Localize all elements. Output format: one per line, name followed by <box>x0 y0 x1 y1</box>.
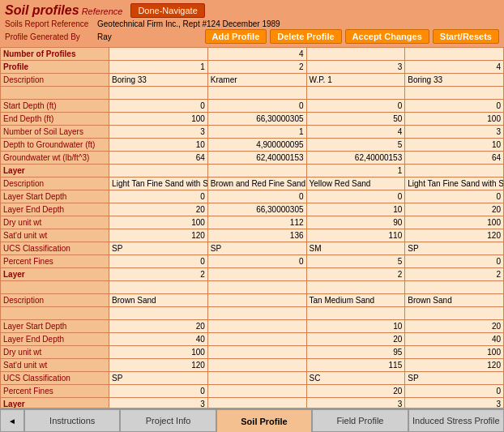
data-cell[interactable] <box>207 268 306 281</box>
data-cell[interactable]: 5 <box>306 139 405 152</box>
data-cell[interactable]: 112 <box>207 216 306 229</box>
data-cell[interactable]: 2 <box>207 61 306 74</box>
data-cell[interactable]: SP <box>109 242 208 255</box>
data-cell[interactable]: 0 <box>207 100 306 113</box>
data-cell[interactable]: Tan Medium Sand <box>306 294 405 307</box>
data-cell[interactable]: 0 <box>405 255 504 268</box>
data-cell[interactable]: 0 <box>306 190 405 203</box>
data-cell[interactable] <box>207 320 306 333</box>
data-cell[interactable]: 64 <box>109 152 208 165</box>
data-cell[interactable] <box>207 294 306 307</box>
data-cell[interactable]: 40 <box>109 333 208 346</box>
data-cell[interactable]: 62,40000153 <box>207 152 306 165</box>
data-cell[interactable]: 3 <box>405 398 504 408</box>
data-cell[interactable] <box>207 372 306 385</box>
data-cell[interactable] <box>306 281 405 294</box>
data-cell[interactable]: 0 <box>207 190 306 203</box>
data-cell[interactable] <box>405 48 504 61</box>
data-cell[interactable] <box>109 165 208 178</box>
data-cell[interactable] <box>405 87 504 100</box>
data-cell[interactable]: SP <box>405 242 504 255</box>
data-cell[interactable]: 62,40000153 <box>306 152 405 165</box>
data-cell[interactable]: 3 <box>306 61 405 74</box>
data-cell[interactable]: SM <box>306 242 405 255</box>
data-cell[interactable]: 0 <box>109 255 208 268</box>
data-cell[interactable]: 4,900000095 <box>207 139 306 152</box>
done-navigate-button[interactable]: Done-Navigate <box>130 3 204 18</box>
add-profile-button[interactable]: Add Profile <box>205 29 267 44</box>
data-cell[interactable]: 100 <box>109 346 208 359</box>
data-cell[interactable]: Boring 33 <box>405 74 504 87</box>
data-cell[interactable]: 120 <box>109 359 208 372</box>
data-cell[interactable]: Light Tan Fine Sand with Silt Seams and <box>109 178 208 190</box>
data-cell[interactable]: 100 <box>405 216 504 229</box>
delete-profile-button[interactable]: Delete Profile <box>270 29 341 44</box>
data-cell[interactable]: 120 <box>109 229 208 242</box>
data-cell[interactable]: 3 <box>405 126 504 139</box>
data-cell[interactable]: 0 <box>405 385 504 398</box>
tab-instructions[interactable]: Instructions <box>24 409 120 432</box>
data-cell[interactable]: 2 <box>405 268 504 281</box>
data-cell[interactable]: 4 <box>405 61 504 74</box>
data-cell[interactable] <box>207 87 306 100</box>
data-cell[interactable] <box>109 281 208 294</box>
data-cell[interactable]: 3 <box>109 126 208 139</box>
data-cell[interactable]: SC <box>306 372 405 385</box>
tab-nav-left[interactable]: ◄ <box>0 409 24 432</box>
data-cell[interactable] <box>405 165 504 178</box>
data-cell[interactable] <box>207 281 306 294</box>
data-cell[interactable] <box>405 307 504 320</box>
tab-induced-stress[interactable]: Induced Stress Profile <box>408 409 504 432</box>
data-cell[interactable]: 0 <box>306 100 405 113</box>
data-cell[interactable]: 100 <box>109 113 208 126</box>
data-cell[interactable]: SP <box>207 242 306 255</box>
data-cell[interactable]: SP <box>109 372 208 385</box>
data-cell[interactable] <box>306 87 405 100</box>
data-cell[interactable]: 20 <box>306 333 405 346</box>
data-cell[interactable]: 90 <box>306 216 405 229</box>
data-cell[interactable] <box>207 398 306 408</box>
data-cell[interactable]: 110 <box>306 229 405 242</box>
data-cell[interactable]: 2 <box>109 268 208 281</box>
data-cell[interactable]: 120 <box>405 359 504 372</box>
data-cell[interactable] <box>306 307 405 320</box>
data-cell[interactable] <box>109 87 208 100</box>
data-cell[interactable]: Kramer <box>207 74 306 87</box>
tab-soil-profile[interactable]: Soil Profile <box>216 409 312 432</box>
data-cell[interactable] <box>207 359 306 372</box>
data-cell[interactable]: 95 <box>306 346 405 359</box>
data-cell[interactable]: 0 <box>405 190 504 203</box>
data-cell[interactable]: 20 <box>109 320 208 333</box>
data-cell[interactable]: 20 <box>405 203 504 216</box>
data-cell[interactable]: 100 <box>109 216 208 229</box>
data-cell[interactable] <box>109 307 208 320</box>
data-cell[interactable]: 0 <box>109 385 208 398</box>
data-cell[interactable]: 20 <box>405 320 504 333</box>
data-cell[interactable] <box>207 307 306 320</box>
data-cell[interactable] <box>207 333 306 346</box>
data-cell[interactable]: 4 <box>306 126 405 139</box>
data-cell[interactable]: 66,30000305 <box>207 113 306 126</box>
data-cell[interactable] <box>207 385 306 398</box>
data-cell[interactable]: SP <box>405 372 504 385</box>
data-cell[interactable]: 1 <box>207 126 306 139</box>
data-cell[interactable]: 100 <box>405 113 504 126</box>
data-cell[interactable]: W.P. 1 <box>306 74 405 87</box>
data-cell[interactable]: Brown Sand <box>405 294 504 307</box>
data-cell[interactable] <box>109 48 208 61</box>
data-cell[interactable]: 10 <box>306 320 405 333</box>
data-cell[interactable]: 10 <box>405 139 504 152</box>
data-cell[interactable]: 2 <box>306 268 405 281</box>
data-cell[interactable]: Yellow Red Sand <box>306 178 405 190</box>
data-cell[interactable]: 64 <box>405 152 504 165</box>
accept-changes-button[interactable]: Accept Changes <box>345 29 429 44</box>
data-cell[interactable]: 136 <box>207 229 306 242</box>
data-cell[interactable]: 0 <box>109 190 208 203</box>
data-cell[interactable]: 3 <box>306 398 405 408</box>
data-cell[interactable]: 50 <box>306 113 405 126</box>
data-cell[interactable]: 66,30000305 <box>207 203 306 216</box>
tab-field-profile[interactable]: Field Profile <box>312 409 408 432</box>
data-cell[interactable]: 115 <box>306 359 405 372</box>
data-cell[interactable]: 10 <box>306 203 405 216</box>
data-cell[interactable]: 20 <box>109 203 208 216</box>
